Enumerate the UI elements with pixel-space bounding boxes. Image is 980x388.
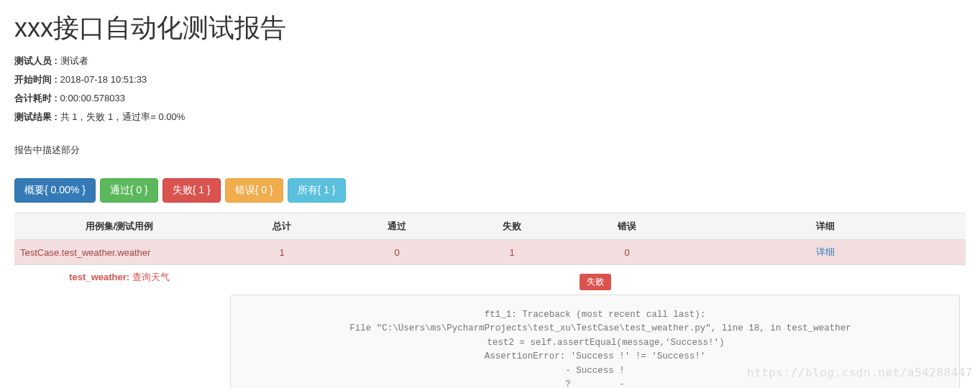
meta-result: 测试结果 : 共 1，失败 1，通过率= 0.00% xyxy=(14,111,966,124)
meta-duration: 合计耗时 : 0:00:00.578033 xyxy=(14,92,966,105)
meta-result-value: 共 1，失败 1，通过率= 0.00% xyxy=(60,111,186,122)
expand-row: test_weather: 查询天气 失败 ft1_1: Traceback (… xyxy=(14,265,966,389)
meta-tester-value: 测试者 xyxy=(60,55,88,66)
meta-duration-label: 合计耗时 : xyxy=(14,93,60,103)
cell-detail: 详细 xyxy=(684,240,966,265)
detail-link[interactable]: 详细 xyxy=(816,246,835,257)
failed-button[interactable]: 失败{ 1 } xyxy=(162,178,221,203)
cell-error: 0 xyxy=(569,240,684,265)
meta-start-time: 开始时间 : 2018-07-18 10:51:33 xyxy=(14,73,966,86)
meta-result-label: 测试结果 : xyxy=(14,111,60,122)
case-desc: 查询天气 xyxy=(129,272,170,282)
col-fail: 失败 xyxy=(454,213,569,240)
filter-button-row: 概要{ 0.00% } 通过{ 0 } 失败{ 1 } 错误{ 0 } 所有{ … xyxy=(14,178,966,203)
error-button[interactable]: 错误{ 0 } xyxy=(225,178,283,203)
table-row: TestCase.test_weather.weather 1 0 1 0 详细 xyxy=(14,240,966,265)
result-table: 用例集/测试用例 总计 通过 失败 错误 详细 TestCase.test_we… xyxy=(14,213,966,388)
report-description: 报告中描述部分 xyxy=(14,144,966,157)
expand-case-cell: test_weather: 查询天气 xyxy=(14,265,224,389)
meta-duration-value: 0:00:00.578033 xyxy=(60,93,125,103)
cell-fail: 1 xyxy=(454,240,569,265)
meta-start-value: 2018-07-18 10:51:33 xyxy=(60,74,147,85)
col-pass: 通过 xyxy=(339,213,454,240)
cell-pass: 0 xyxy=(339,240,454,265)
cell-total: 1 xyxy=(224,240,339,265)
summary-button[interactable]: 概要{ 0.00% } xyxy=(14,178,96,203)
table-header-row: 用例集/测试用例 总计 通过 失败 错误 详细 xyxy=(14,213,966,240)
all-button[interactable]: 所有{ 1 } xyxy=(288,178,346,203)
cell-name: TestCase.test_weather.weather xyxy=(14,240,224,265)
status-wrap: 失败 xyxy=(230,271,960,295)
passed-button[interactable]: 通过{ 0 } xyxy=(100,178,158,203)
meta-tester: 测试人员 : 测试者 xyxy=(14,55,966,68)
case-name: test_weather: 查询天气 xyxy=(69,272,169,282)
case-id: test_weather: xyxy=(69,272,129,282)
col-suite: 用例集/测试用例 xyxy=(14,213,224,240)
col-detail: 详细 xyxy=(684,213,966,240)
col-total: 总计 xyxy=(224,213,339,240)
page-title: xxx接口自动化测试报告 xyxy=(14,11,966,46)
meta-tester-label: 测试人员 : xyxy=(14,55,60,66)
status-badge: 失败 xyxy=(580,274,611,290)
meta-start-label: 开始时间 : xyxy=(14,74,60,85)
col-error: 错误 xyxy=(569,213,684,240)
expand-detail-cell: 失败 ft1_1: Traceback (most recent call la… xyxy=(224,265,966,389)
traceback-box: ft1_1: Traceback (most recent call last)… xyxy=(230,295,960,388)
